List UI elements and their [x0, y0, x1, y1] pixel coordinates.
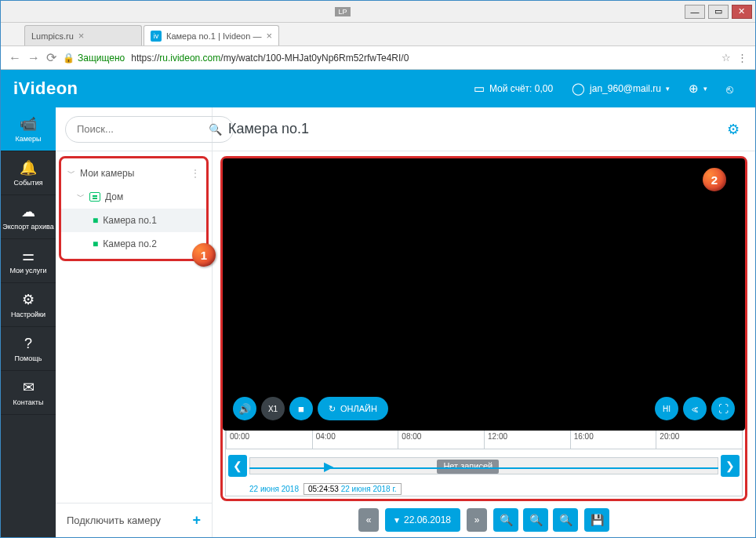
playhead-icon[interactable]: ▶ [320, 458, 337, 475]
chevron-down-icon: ▾ [703, 85, 707, 93]
tree-group-home[interactable]: ﹀ Дом [61, 185, 206, 209]
tick: 00:00 [226, 431, 312, 449]
tree-root[interactable]: ﹀ Мои камеры ⋮ [61, 162, 206, 185]
speaker-icon: 🔊 [238, 403, 251, 415]
side-panel: 🔍 ﹀ Мои камеры ⋮ ﹀ Дом ■ [56, 107, 213, 537]
tree-camera-1[interactable]: ■ Камера no.1 [61, 209, 206, 232]
tick: 16:00 [570, 431, 656, 449]
annotation-badge-2: 2 [703, 168, 726, 191]
fullscreen-button[interactable]: ⛶ [711, 397, 735, 420]
date-picker[interactable]: ▾ 22.06.2018 [385, 508, 460, 532]
share-button[interactable]: ⪡ [683, 397, 707, 420]
player-controls: 🔊 X1 ■ ↻ ОНЛАЙН HI ⪡ ⛶ [233, 397, 735, 420]
time-tooltip: 05:24:53 22 июня 2018 г. [303, 483, 402, 495]
timeline-footer: 22 июня 2018 05:24:53 22 июня 2018 г. [226, 482, 742, 496]
date-label: 22 июня 2018 [249, 485, 299, 493]
share-icon: ⪡ [690, 403, 700, 415]
rail-help[interactable]: ?Помощь [1, 327, 56, 371]
date-prev-fast[interactable]: « [358, 508, 379, 532]
date-next-fast[interactable]: » [467, 508, 487, 532]
browser-tab-ivideon[interactable]: iv Камера no.1 | Ivideon — × [144, 25, 279, 45]
logout-button[interactable]: ⎋ [717, 70, 743, 107]
tab-label: Lumpics.ru [31, 31, 74, 41]
tab-bar: Lumpics.ru × iv Камера no.1 | Ivideon — … [1, 23, 755, 46]
rail-cameras[interactable]: 📹Камеры [1, 107, 56, 151]
chevron-down-icon: ﹀ [77, 191, 85, 202]
fullscreen-icon: ⛶ [718, 403, 729, 415]
page-title: Камера no.1 [228, 121, 727, 137]
zoom-icon: 🔍 [559, 514, 572, 526]
video-player[interactable]: 🔊 X1 ■ ↻ ОНЛАЙН HI ⪡ ⛶ [223, 158, 745, 431]
browser-tab-lumpics[interactable]: Lumpics.ru × [24, 25, 142, 45]
logout-icon: ⎋ [726, 82, 733, 96]
main-header: Камера no.1 ⚙ [213, 107, 755, 151]
wallet-icon: ▭ [474, 82, 485, 96]
search-input[interactable] [77, 123, 209, 135]
camera-icon: ■ [93, 238, 98, 249]
user-menu[interactable]: ◯ jan_960@mail.ru ▾ [562, 70, 679, 107]
more-icon[interactable]: ⋮ [191, 168, 200, 179]
language-menu[interactable]: ⊕ ▾ [679, 70, 717, 107]
rail-events[interactable]: 🔔События [1, 151, 56, 195]
url-text[interactable]: https://ru.ivideon.com/my/watch/100-MHJa… [131, 53, 715, 64]
tree-camera-2[interactable]: ■ Камера no.2 [61, 232, 206, 256]
connect-camera-button[interactable]: Подключить камеру + [56, 503, 212, 537]
camera-icon: 📹 [20, 115, 37, 133]
save-button[interactable]: 💾 [584, 508, 609, 532]
reload-button[interactable]: ⟳ [46, 50, 56, 65]
globe-icon: ⊕ [689, 82, 699, 96]
star-icon[interactable]: ☆ [721, 52, 731, 64]
save-icon: 💾 [591, 514, 604, 526]
online-button[interactable]: ↻ ОНЛАЙН [318, 397, 388, 420]
chevron-down-icon: ﹀ [67, 168, 75, 179]
annotation-box-2: 2 🔊 X1 ■ ↻ ОНЛАЙН HI ⪡ ⛶ [220, 156, 747, 501]
timeline-body: ❮ ▶ Нет записей ❯ [226, 449, 742, 482]
timeline-track[interactable]: ▶ Нет записей [249, 457, 718, 474]
help-icon: ? [24, 336, 32, 352]
forward-button[interactable]: → [27, 51, 40, 65]
refresh-icon: ↻ [329, 404, 336, 414]
lock-icon: 🔒 [63, 53, 75, 64]
favicon-icon: iv [151, 31, 162, 42]
zoom-out-icon: 🔍 [529, 514, 543, 526]
menu-icon[interactable]: ⋮ [737, 52, 747, 64]
timeline-prev-button[interactable]: ❮ [228, 455, 247, 477]
bell-icon: 🔔 [20, 159, 37, 176]
search-row: 🔍 [56, 107, 212, 151]
app-body: 📹Камеры 🔔События ☁Экспорт архива ⚌Мои ус… [1, 107, 755, 537]
secure-indicator: 🔒 Защищено [63, 53, 125, 64]
close-icon[interactable]: × [266, 30, 272, 42]
user-icon: ◯ [572, 82, 585, 96]
chevron-down-icon: ▾ [394, 514, 399, 525]
search-box[interactable]: 🔍 [65, 116, 234, 143]
rail-services[interactable]: ⚌Мои услуги [1, 239, 56, 283]
settings-button[interactable]: ⚙ [727, 121, 740, 138]
nav-rail: 📹Камеры 🔔События ☁Экспорт архива ⚌Мои ус… [1, 107, 56, 537]
back-button[interactable]: ← [9, 51, 21, 65]
sliders-icon: ⚌ [22, 247, 35, 264]
tick: 20:00 [656, 431, 742, 449]
tick: 08:00 [398, 431, 484, 449]
camera-tree: ﹀ Мои камеры ⋮ ﹀ Дом ■ Камера no.1 ■ [56, 151, 212, 503]
stop-button[interactable]: ■ [289, 397, 313, 420]
tick: 04:00 [312, 431, 398, 449]
close-button[interactable]: ✕ [732, 5, 752, 19]
timeline-next-button[interactable]: ❯ [721, 455, 740, 477]
close-icon[interactable]: × [78, 30, 85, 42]
chevron-down-icon: ▾ [666, 85, 670, 93]
zoom-out-button[interactable]: 🔍 [523, 508, 548, 532]
group-icon [89, 192, 100, 202]
zoom-reset-button[interactable]: 🔍 [553, 508, 578, 532]
bottom-toolbar: « ▾ 22.06.2018 » 🔍 🔍 🔍 💾 [213, 506, 755, 537]
main-area: Камера no.1 ⚙ 2 🔊 X1 ■ ↻ ОНЛАЙН H [213, 107, 755, 537]
quality-button[interactable]: HI [655, 397, 678, 420]
mute-button[interactable]: 🔊 [233, 397, 256, 420]
balance-button[interactable]: ▭ Мой счёт: 0,00 [464, 70, 562, 107]
rail-contacts[interactable]: ✉Контакты [1, 371, 56, 415]
zoom-in-button[interactable]: 🔍 [493, 508, 518, 532]
rail-export[interactable]: ☁Экспорт архива [1, 195, 56, 239]
maximize-button[interactable]: ▭ [708, 5, 729, 19]
rail-settings[interactable]: ⚙Настройки [1, 283, 56, 327]
speed-button[interactable]: X1 [261, 397, 285, 420]
minimize-button[interactable]: — [685, 5, 705, 19]
